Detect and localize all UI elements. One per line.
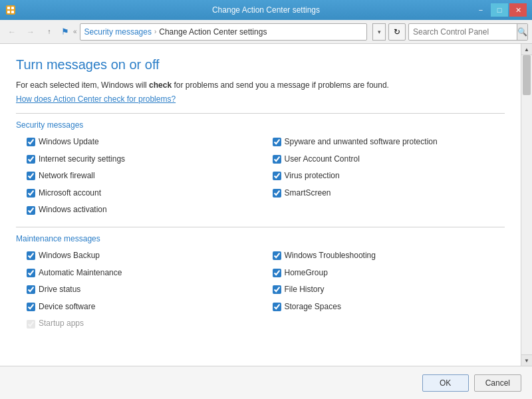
checkbox-storage-spaces[interactable] — [273, 303, 281, 311]
list-item: Virus protection — [273, 169, 505, 184]
label-virus: Virus protection — [285, 169, 340, 184]
maintenance-checkboxes: Windows Backup Windows Troubleshooting A… — [16, 249, 505, 331]
description: For each selected item, Windows will che… — [16, 79, 505, 91]
label-uac: User Account Control — [285, 152, 360, 167]
path-separator-1: « — [73, 28, 77, 35]
checkbox-uac[interactable] — [273, 155, 281, 164]
refresh-button[interactable]: ↻ — [388, 23, 406, 41]
main-container: Turn messages on or off For each selecte… — [0, 44, 532, 366]
scroll-thumb[interactable] — [523, 55, 531, 95]
checkbox-smartscreen[interactable] — [273, 189, 281, 198]
list-item: Network firewall — [27, 169, 259, 184]
scroll-down-arrow[interactable]: ▼ — [521, 354, 533, 366]
search-input[interactable] — [409, 27, 517, 37]
up-button[interactable]: ↑ — [41, 24, 57, 40]
label-homegroup: HomeGroup — [285, 266, 328, 281]
forward-button[interactable]: → — [23, 24, 39, 40]
desc-suffix: for problems and send you a message if p… — [172, 80, 389, 90]
address-path[interactable]: Security messages › Change Action Center… — [80, 23, 367, 41]
svg-rect-0 — [6, 5, 15, 15]
minimize-button[interactable]: − — [472, 3, 489, 17]
list-item: HomeGroup — [273, 266, 505, 281]
label-spyware: Spyware and unwanted software protection — [285, 135, 438, 150]
list-item: Spyware and unwanted software protection — [273, 135, 505, 150]
label-backup: Windows Backup — [39, 249, 100, 263]
address-bar: ← → ↑ ⚑ « Security messages › Change Act… — [0, 20, 532, 44]
path-dropdown[interactable]: ▾ — [372, 23, 386, 41]
desc-highlight: check — [149, 80, 172, 90]
label-auto-maintenance: Automatic Maintenance — [39, 266, 122, 281]
content-area: Turn messages on or off For each selecte… — [0, 44, 521, 366]
list-item: Windows activation — [27, 203, 259, 217]
label-file-history: File History — [285, 283, 325, 297]
checkbox-auto-maintenance[interactable] — [27, 269, 35, 277]
scrollbar[interactable]: ▲ ▼ — [521, 44, 532, 366]
title-bar: Change Action Center settings − □ ✕ — [0, 0, 532, 20]
list-item: Storage Spaces — [273, 300, 505, 315]
list-item: Startup apps — [27, 317, 259, 331]
security-checkboxes: Windows Update Spyware and unwanted soft… — [16, 135, 505, 217]
list-item: Windows Troubleshooting — [273, 249, 505, 263]
checkbox-windows-update[interactable] — [27, 138, 35, 146]
scroll-track — [521, 55, 532, 354]
cancel-button[interactable]: Cancel — [474, 374, 521, 392]
label-troubleshooting: Windows Troubleshooting — [285, 249, 376, 263]
checkbox-virus[interactable] — [273, 172, 281, 180]
path-action-center: Security messages — [84, 27, 152, 37]
close-button[interactable]: ✕ — [509, 3, 527, 17]
window-title: Change Action Center settings — [0, 5, 532, 15]
search-box: 🔍 — [408, 23, 528, 41]
list-item: Microsoft account — [27, 186, 259, 201]
ok-button[interactable]: OK — [422, 374, 469, 392]
checkbox-file-history[interactable] — [273, 285, 281, 294]
app-icon — [5, 5, 16, 15]
label-firewall: Network firewall — [39, 169, 95, 184]
checkbox-internet-security[interactable] — [27, 155, 35, 164]
label-windows-update: Windows Update — [39, 135, 99, 150]
checkbox-activation[interactable] — [27, 206, 35, 215]
checkbox-backup[interactable] — [27, 251, 35, 260]
search-icon[interactable]: 🔍 — [517, 24, 527, 40]
checkbox-troubleshooting[interactable] — [273, 251, 281, 260]
svg-rect-2 — [11, 7, 14, 9]
svg-rect-1 — [7, 7, 10, 9]
window-controls: − □ ✕ — [472, 3, 527, 17]
label-startup-apps: Startup apps — [39, 317, 84, 331]
svg-rect-4 — [11, 11, 14, 13]
list-item: File History — [273, 283, 505, 297]
section-divider-2 — [16, 227, 505, 227]
security-section-title: Security messages — [16, 120, 505, 130]
title-bar-left — [5, 5, 16, 15]
page-title: Turn messages on or off — [16, 57, 505, 72]
list-item: Internet security settings — [27, 152, 259, 167]
label-activation: Windows activation — [39, 203, 107, 217]
back-button[interactable]: ← — [4, 24, 20, 40]
checkbox-spyware[interactable] — [273, 138, 281, 146]
checkbox-drive-status[interactable] — [27, 285, 35, 294]
scroll-up-arrow[interactable]: ▲ — [521, 44, 533, 55]
label-internet-security: Internet security settings — [39, 152, 125, 167]
breadcrumb-separator: › — [154, 28, 156, 35]
label-ms-account: Microsoft account — [39, 186, 101, 201]
checkbox-homegroup[interactable] — [273, 269, 281, 277]
desc-prefix: For each selected item, Windows will — [16, 80, 149, 90]
list-item: Windows Update — [27, 135, 259, 150]
list-item: Windows Backup — [27, 249, 259, 263]
label-device-software: Device software — [39, 300, 95, 315]
checkbox-device-software[interactable] — [27, 303, 35, 311]
list-item: SmartScreen — [273, 186, 505, 201]
svg-rect-3 — [7, 11, 10, 13]
label-smartscreen: SmartScreen — [285, 186, 331, 201]
maintenance-section-title: Maintenance messages — [16, 234, 505, 243]
checkbox-startup-apps — [27, 320, 35, 329]
checkbox-firewall[interactable] — [27, 172, 35, 180]
list-item: Device software — [27, 300, 259, 315]
checkbox-ms-account[interactable] — [27, 189, 35, 198]
maximize-button[interactable]: □ — [491, 3, 508, 17]
help-link[interactable]: How does Action Center check for problem… — [16, 94, 176, 104]
label-storage-spaces: Storage Spaces — [285, 300, 341, 315]
list-item: Drive status — [27, 283, 259, 297]
home-icon: ⚑ — [61, 27, 69, 37]
footer: OK Cancel — [0, 366, 532, 399]
section-divider-1 — [16, 113, 505, 114]
